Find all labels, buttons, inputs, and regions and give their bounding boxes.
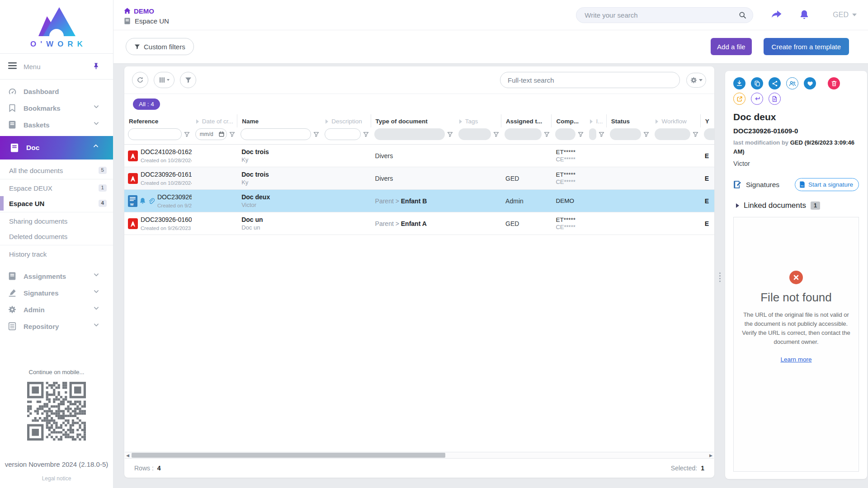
search-icon[interactable] <box>739 11 746 19</box>
funnel-icon[interactable] <box>493 131 499 137</box>
column-header-y[interactable]: Y <box>700 114 714 127</box>
add-file-button[interactable]: Add a file <box>711 38 752 55</box>
sidebar-item-signatures[interactable]: Signatures <box>0 285 113 301</box>
filter-description-input[interactable] <box>325 128 360 140</box>
funnel-icon[interactable] <box>313 131 319 137</box>
table-row[interactable]: DOC230926-01608-0Created on 9/26/2023 3:… <box>124 212 714 235</box>
table-row-selected[interactable]: w DOC230926-01609-0Created on 9/26/2023 … <box>124 190 714 212</box>
return-button[interactable] <box>751 93 763 105</box>
columns-button[interactable] <box>154 72 175 88</box>
sidebar-item-label: Dashboard <box>24 88 102 95</box>
filter-company-select[interactable] <box>555 128 576 140</box>
linked-documents-toggle[interactable]: Linked documents 1 <box>733 201 859 210</box>
table-row[interactable]: DOC241028-01627-0Created on 10/28/2024 1… <box>124 145 714 167</box>
breadcrumb: DEMO Espace UN <box>124 5 169 25</box>
column-header-description[interactable]: Description <box>321 114 370 127</box>
tab-all[interactable]: All : 4 <box>133 99 160 110</box>
table-row[interactable]: DOC230926-01610-3Created on 10/28/2024 1… <box>124 167 714 190</box>
drag-handle-icon[interactable] <box>719 272 721 282</box>
column-header-workflow[interactable]: Workflow <box>651 114 700 127</box>
column-header-tags[interactable]: Tags <box>455 114 501 127</box>
sidebar-item-bookmarks[interactable]: Bookmarks <box>0 100 113 117</box>
calendar-icon[interactable] <box>219 131 224 137</box>
fulltext-search-input[interactable] <box>508 76 672 84</box>
global-search-input[interactable] <box>585 11 739 19</box>
sidebar-item-baskets[interactable]: Baskets <box>0 117 113 133</box>
scroll-right-arrow[interactable]: ▶ <box>708 452 714 458</box>
breadcrumb-home[interactable]: DEMO <box>124 7 169 15</box>
start-signature-button[interactable]: Start a signature <box>795 178 859 191</box>
filter-button[interactable] <box>180 72 196 88</box>
funnel-icon[interactable] <box>578 131 584 137</box>
funnel-icon[interactable] <box>544 131 550 137</box>
sidebar-item-admin[interactable]: Admin <box>0 301 113 318</box>
scrollbar-track[interactable] <box>131 452 708 458</box>
sidebar-item-doc[interactable]: Doc <box>0 136 113 160</box>
share-forward-icon[interactable] <box>770 10 782 20</box>
learn-more-link[interactable]: Learn more <box>780 356 811 363</box>
filter-status-select[interactable] <box>610 128 642 140</box>
sidebar-item-assignments[interactable]: Assignments <box>0 268 113 285</box>
horizontal-scrollbar[interactable]: ◀ ▶ <box>125 452 714 459</box>
bell-icon[interactable] <box>799 9 809 20</box>
open-external-button[interactable] <box>733 93 745 105</box>
sidebar-subitem-all-documents[interactable]: All the documents 5 <box>0 163 113 178</box>
account-menu[interactable]: GED <box>833 11 857 19</box>
linked-documents-count: 1 <box>811 202 820 210</box>
funnel-icon[interactable] <box>363 131 369 137</box>
filter-assigned-select[interactable] <box>505 128 541 140</box>
column-header-status[interactable]: Status <box>606 114 651 127</box>
filter-i-select[interactable] <box>589 128 596 140</box>
signatures-label: Signatures <box>746 181 779 189</box>
users-button[interactable] <box>786 77 798 89</box>
pin-icon[interactable] <box>93 62 101 71</box>
pdf-icon <box>128 150 138 161</box>
filter-y-select[interactable] <box>704 128 714 140</box>
filter-name-input[interactable] <box>241 128 311 140</box>
column-header-name[interactable]: Name <box>237 114 321 127</box>
funnel-icon[interactable] <box>693 131 698 137</box>
count-badge: 4 <box>99 200 107 207</box>
create-from-template-button[interactable]: Create from a template <box>764 38 849 55</box>
refresh-button[interactable] <box>132 72 148 88</box>
sidebar-item-repository[interactable]: Repository <box>0 318 113 335</box>
sidebar-item-label: Doc <box>26 144 93 152</box>
filter-workflow-select[interactable] <box>655 128 690 140</box>
column-header-date-of-creation[interactable]: Date of cr... <box>192 114 237 127</box>
scrollbar-thumb[interactable] <box>132 453 445 458</box>
copy-button[interactable] <box>751 77 763 89</box>
funnel-icon[interactable] <box>229 131 235 137</box>
column-header-company[interactable]: Comp... <box>551 114 585 127</box>
sidebar-subitem-history-track[interactable]: History track <box>0 246 113 262</box>
column-header-type[interactable]: Type of document <box>371 114 455 127</box>
sidebar-subitem-espace-deux[interactable]: Espace DEUX 1 <box>0 180 113 196</box>
download-button[interactable] <box>733 77 745 89</box>
document-file-button[interactable] <box>769 93 781 105</box>
funnel-icon[interactable] <box>599 131 604 137</box>
column-header-reference[interactable]: Reference <box>124 114 192 127</box>
column-header-i[interactable]: I... <box>585 114 606 127</box>
caret-right-icon <box>196 119 199 124</box>
favorite-heart-button[interactable] <box>804 77 816 89</box>
share-button[interactable] <box>769 77 781 89</box>
column-header-assigned[interactable]: Assigned t... <box>501 114 551 127</box>
grid-settings-button[interactable] <box>686 73 706 88</box>
sidebar-item-dashboard[interactable]: Dashboard <box>0 83 113 100</box>
filter-tags-select[interactable] <box>458 128 491 140</box>
legal-notice-link[interactable]: Legal notice <box>42 475 71 482</box>
delete-button[interactable] <box>828 77 840 89</box>
funnel-icon[interactable] <box>184 131 190 137</box>
filter-row <box>124 127 714 145</box>
sidebar-subitem-espace-un[interactable]: Espace UN 4 <box>0 196 113 211</box>
scroll-left-arrow[interactable]: ◀ <box>125 452 131 458</box>
sidebar-subitem-sharing-documents[interactable]: Sharing documents <box>0 213 113 229</box>
custom-filters-button[interactable]: Custom filters <box>126 38 194 55</box>
filter-type-select[interactable] <box>374 128 445 140</box>
brand-logo: O'WORK <box>0 0 113 53</box>
sidebar-menu-toggle[interactable]: Menu <box>0 54 113 79</box>
funnel-icon[interactable] <box>643 131 649 137</box>
panel-splitter[interactable] <box>714 66 725 488</box>
sidebar-subitem-deleted-documents[interactable]: Deleted documents <box>0 229 113 244</box>
funnel-icon[interactable] <box>447 131 453 137</box>
filter-reference-input[interactable] <box>128 128 182 140</box>
